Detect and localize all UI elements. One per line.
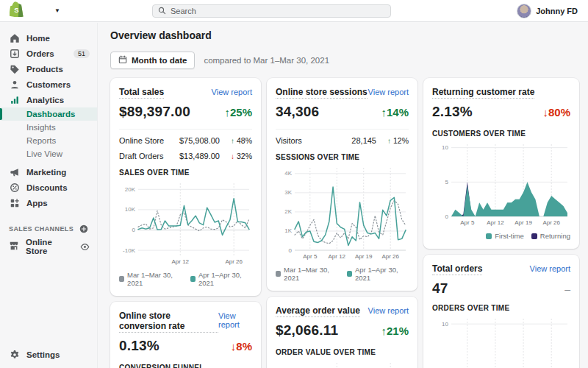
chart-section-label: ORDERS OVER TIME [432,304,570,312]
svg-text:0: 0 [445,213,449,220]
dashboard-controls: Month to date compared to Mar 1–Mar 30, … [110,52,579,69]
search-icon [158,4,166,18]
total-orders-card: Total orders View report 47 – ORDERS OVE… [423,255,579,368]
view-report-link[interactable]: View report [212,88,252,96]
metric-delta: ↓ 32% [220,152,252,160]
card-title: Average order value [276,305,360,317]
main-content: Overview dashboard Month to date compare… [98,23,588,368]
sales-channels-header: SALES CHANNELS [0,222,97,236]
chart-section-label: ORDER VALUE OVER TIME [276,348,409,356]
sidebar-item-label: Marketing [26,168,66,177]
add-sales-channel-button[interactable] [79,224,88,233]
svg-text:10: 10 [442,321,448,328]
sidebar: Home Orders 51 Products Customers Analyt… [0,23,98,368]
svg-text:Apr 5: Apr 5 [303,253,318,260]
calendar-icon [118,55,127,66]
svg-text:Apr 26: Apr 26 [381,253,399,260]
sidebar-item-label: Settings [26,350,60,359]
search-input[interactable]: Search [152,4,391,18]
legend-label: Mar 1–Mar 30, 2021 [127,271,183,287]
sidebar-item-marketing[interactable]: Marketing [0,164,97,180]
orders-over-time-chart: Apr 5Apr 12Apr 19Apr 261050 [432,315,570,368]
sessions-over-time-chart: Apr 5Apr 12Apr 19Apr 264K3K2K1K0 [276,164,409,264]
avatar [517,4,531,18]
sidebar-subitem-label: Live View [26,149,62,158]
svg-text:0: 0 [132,227,136,233]
legend-swatch-first-time [486,233,492,239]
orders-count-badge: 51 [74,49,90,58]
sales-channels-label: SALES CHANNELS [9,225,74,233]
date-range-label: Month to date [132,56,187,65]
marketing-megaphone-icon [9,166,20,177]
sidebar-item-analytics[interactable]: Analytics [0,92,97,107]
analytics-bars-icon [9,94,20,105]
svg-text:-10K: -10K [123,247,136,254]
store-switcher[interactable]: S ▼ [10,1,98,20]
chart-section-label: SALES OVER TIME [119,169,252,177]
sidebar-item-online-store[interactable]: Online Store [0,236,97,258]
discounts-icon [9,182,20,193]
svg-text:Apr 12: Apr 12 [171,258,189,265]
chart-section-label: SESSIONS OVER TIME [276,153,409,161]
sidebar-item-discounts[interactable]: Discounts [0,180,97,195]
sidebar-item-products[interactable]: Products [0,61,97,77]
sidebar-item-dashboards[interactable]: Dashboards [0,107,97,121]
svg-text:Apr 12: Apr 12 [487,219,504,226]
conversion-rate-card: Online store conversion rate View report… [110,302,261,368]
returning-rate-delta: ↓80% [542,106,570,118]
metric-label: Draft Orders [119,152,164,160]
chart-legend: First-time Returning [432,232,570,240]
svg-text:20K: 20K [125,186,136,193]
metric-value: $75,908.00 [179,136,220,145]
svg-text:Apr 26: Apr 26 [225,258,243,265]
legend-label: Mar 1–Mar 30, 2021 [284,266,340,282]
sales-breakdown-row: Online Store $75,908.00 ↑ 48% [119,129,252,145]
orders-icon [9,48,20,59]
view-store-eye-icon[interactable] [80,242,90,252]
user-menu[interactable]: Johnny FD [517,4,578,18]
sidebar-item-orders[interactable]: Orders 51 [0,46,97,61]
sidebar-item-insights[interactable]: Insights [0,121,97,134]
date-range-button[interactable]: Month to date [110,52,195,69]
sessions-card: Online store sessions View report 34,306… [267,78,417,291]
returning-customer-card: Returning customer rate 2.13% ↓80% CUSTO… [423,78,579,249]
conversion-rate-value: 0.13% [119,338,159,354]
sidebar-item-label: Online Store [26,238,74,255]
online-store-icon [9,241,19,252]
store-switcher-caret-icon[interactable]: ▼ [54,7,60,14]
metric-delta: ↑ 12% [376,136,409,145]
shopify-logo-icon: S [10,1,24,20]
svg-text:10: 10 [442,144,448,151]
total-sales-value: $89,397.00 [119,104,190,120]
sidebar-item-settings[interactable]: Settings [0,347,97,362]
svg-text:Apr 12: Apr 12 [328,253,345,260]
sidebar-item-label: Orders [26,49,54,58]
sidebar-item-reports[interactable]: Reports [0,134,97,147]
legend-label: Returning [540,232,570,240]
card-title: Online store sessions [276,87,368,99]
card-title: Returning customer rate [432,87,534,99]
metric-delta: ↑ 48% [220,136,252,145]
metric-value: 28,145 [351,136,376,145]
sidebar-item-apps[interactable]: Apps [0,195,97,210]
sidebar-item-label: Discounts [26,183,68,192]
order-value-over-time-chart: Apr 12Apr 267.5K5K2.5K [276,359,409,368]
view-report-link[interactable]: View report [368,88,409,96]
sidebar-item-customers[interactable]: Customers [0,77,97,92]
view-report-link[interactable]: View report [368,306,409,315]
apps-grid-icon [9,197,20,208]
view-report-link[interactable]: View report [530,264,570,273]
metric-value: $13,489.00 [179,152,220,160]
sessions-delta: ↑14% [381,106,409,118]
chart-section-label: CUSTOMERS OVER TIME [432,130,570,138]
total-orders-no-change: – [564,283,570,295]
card-title: Online store conversion rate [119,311,218,333]
svg-text:4K: 4K [284,170,292,177]
svg-text:Apr 26: Apr 26 [542,219,560,226]
view-report-link[interactable]: View report [218,311,252,329]
sidebar-item-live-view[interactable]: Live View [0,147,97,160]
legend-label: Apr 1–Apr 30, 2021 [198,271,252,287]
sidebar-item-home[interactable]: Home [0,30,97,46]
legend-swatch-current [347,271,352,277]
svg-text:0: 0 [289,247,293,254]
